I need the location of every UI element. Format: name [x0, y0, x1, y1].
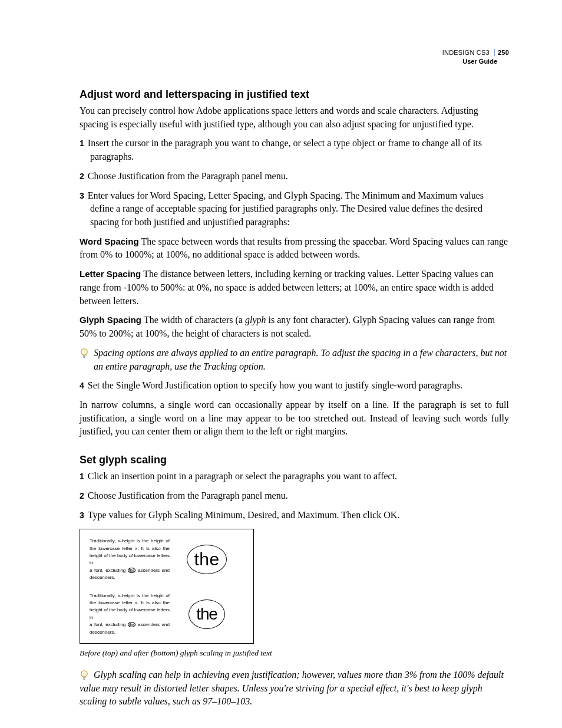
sample-line: descenders. — [90, 629, 115, 636]
figure-box: Traditionally, x-height is the height of… — [80, 529, 254, 644]
figure-caption: Before (top) and after (bottom) glyph sc… — [80, 648, 509, 658]
tip-block: Glyph scaling can help in achieving even… — [80, 668, 509, 709]
tip-text: Spacing options are always applied to an… — [94, 347, 509, 373]
def-body: The distance between letters, including … — [80, 269, 494, 305]
step-text: Enter values for Word Spacing, Letter Sp… — [88, 190, 484, 227]
figure: Traditionally, x-height is the height of… — [80, 529, 509, 658]
def-body-a: The width of characters (a — [144, 315, 245, 325]
sample-line: Traditionally, x-height is the height of — [90, 593, 170, 598]
def-glyph-spacing: Glyph SpacingThe width of characters (a … — [80, 314, 509, 340]
figure-row-before: Traditionally, x-height is the height of… — [90, 538, 244, 581]
lightbulb-icon — [80, 670, 89, 683]
sample-text-after: Traditionally, x-height is the height of… — [90, 592, 170, 636]
step-number: 4 — [80, 381, 84, 390]
oval-the-before: the — [187, 545, 227, 574]
running-header: INDESIGN CS3 250 User Guide — [442, 48, 509, 66]
step-text: Set the Single Word Justification option… — [88, 380, 462, 390]
sample-line: Traditionally, x-height is the height of — [90, 538, 170, 543]
def-body-b: is any font character). Glyph Spacing va… — [80, 315, 495, 338]
sample-line: the lowercase letter x. It is also the — [90, 546, 170, 551]
sample-line: height of the body of lowercase letters … — [90, 607, 170, 620]
step-number: 3 — [80, 510, 84, 520]
def-body: The space between words that results fro… — [80, 236, 508, 260]
sample-line: ascenders and — [135, 568, 170, 573]
content: Adjust word and letterspacing in justifi… — [80, 88, 509, 709]
svg-point-1 — [82, 350, 86, 354]
tail-paragraph: In narrow columns, a single word can occ… — [80, 398, 509, 439]
oval-the-after: the — [189, 599, 225, 629]
step-1: 1Insert the cursor in the paragraph you … — [80, 137, 509, 163]
step-3: 3Type values for Glyph Scaling Minimum, … — [80, 509, 509, 522]
sample-line: ascenders and — [135, 622, 170, 627]
step-4: 4Set the Single Word Justification optio… — [80, 379, 509, 393]
step-1: 1Click an insertion point in a paragraph… — [80, 470, 509, 483]
sample-line: descenders. — [90, 574, 115, 581]
section-heading-glyph: Set glyph scaling — [80, 454, 509, 466]
svg-point-3 — [82, 672, 86, 676]
callout-after: the — [170, 599, 244, 629]
def-letter-spacing: Letter SpacingThe distance between lette… — [80, 268, 509, 308]
step-number: 3 — [80, 191, 84, 200]
doc-title: User Guide — [442, 57, 509, 66]
circled-word: the — [128, 622, 136, 627]
step-text: Insert the cursor in the paragraph you w… — [88, 138, 482, 162]
figure-row-after: Traditionally, x-height is the height of… — [90, 592, 244, 636]
product-name: INDESIGN CS3 — [442, 49, 490, 56]
sample-text-before: Traditionally, x-height is the height of… — [90, 538, 170, 581]
section-heading-adjust: Adjust word and letterspacing in justifi… — [80, 88, 509, 101]
runin-label: Word Spacing — [80, 236, 139, 246]
page-number: 250 — [494, 49, 509, 56]
step-number: 1 — [80, 472, 84, 481]
callout-before: the — [170, 545, 244, 574]
tip-text: Glyph scaling can help in achieving even… — [80, 668, 509, 709]
step-text: Type values for Glyph Scaling Minimum, D… — [88, 510, 400, 520]
def-body-glyph: glyph — [245, 315, 266, 325]
step-number: 2 — [80, 491, 84, 500]
runin-label: Letter Spacing — [80, 269, 141, 279]
sample-line: the lowercase letter x. It is also the — [90, 600, 170, 605]
step-text: Click an insertion point in a paragraph … — [88, 471, 397, 481]
step-2: 2Choose Justification from the Paragraph… — [80, 170, 509, 183]
step-text: Choose Justification from the Paragraph … — [88, 171, 288, 181]
step-text: Choose Justification from the Paragraph … — [88, 490, 288, 500]
intro-paragraph: You can precisely control how Adobe appl… — [80, 104, 509, 131]
lightbulb-icon — [80, 348, 89, 361]
runin-label: Glyph Spacing — [80, 315, 141, 325]
header-line-1: INDESIGN CS3 250 — [442, 48, 509, 57]
sample-line: a font, excluding — [90, 622, 128, 627]
page: INDESIGN CS3 250 User Guide Adjust word … — [0, 0, 562, 728]
tip-block: Spacing options are always applied to an… — [80, 347, 509, 373]
circled-word: the — [128, 568, 136, 573]
step-2: 2Choose Justification from the Paragraph… — [80, 489, 509, 503]
sample-line: a font, excluding — [90, 568, 128, 573]
step-3: 3Enter values for Word Spacing, Letter S… — [80, 189, 509, 229]
def-word-spacing: Word SpacingThe space between words that… — [80, 235, 509, 262]
step-number: 1 — [80, 139, 84, 148]
step-number: 2 — [80, 172, 84, 181]
sample-line: height of the body of lowercase letters … — [90, 553, 170, 565]
